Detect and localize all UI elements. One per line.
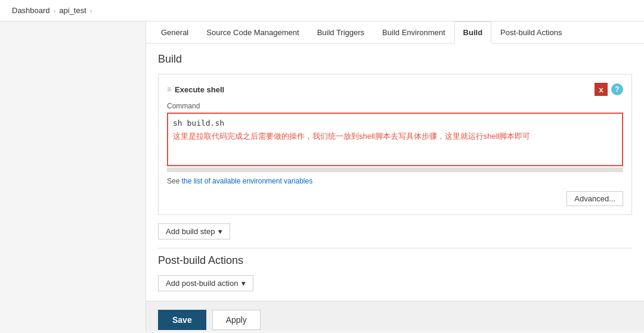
tab-build[interactable]: Build: [454, 21, 492, 43]
tab-scm[interactable]: Source Code Management: [197, 21, 308, 43]
env-link[interactable]: the list of available environment variab…: [182, 177, 312, 185]
apply-button[interactable]: Apply: [212, 310, 261, 330]
build-card: ≡ Execute shell x ? Command sh build.sh …: [158, 74, 632, 215]
tab-triggers[interactable]: Build Triggers: [308, 21, 373, 43]
card-actions: x ?: [595, 83, 623, 96]
tab-postbuild[interactable]: Post-build Actions: [491, 21, 571, 43]
add-build-step-label: Add build step: [166, 227, 215, 236]
advanced-btn-row: Advanced...: [167, 191, 623, 206]
add-post-build-label: Add post-build action: [166, 279, 238, 288]
card-title: ≡ Execute shell: [167, 85, 224, 94]
add-build-step-chevron: ▾: [218, 227, 222, 236]
help-button[interactable]: ?: [611, 83, 623, 95]
env-link-row: See the list of available environment va…: [167, 177, 623, 185]
section-divider: [158, 248, 632, 248]
card-header: ≡ Execute shell x ?: [167, 83, 623, 96]
command-textarea-container[interactable]: sh build.sh 这里是拉取代码完成之后需要做的操作，我们统一放到shel…: [167, 113, 623, 166]
footer-actions: Save Apply: [146, 301, 644, 331]
content-area: General Source Code Management Build Tri…: [146, 21, 644, 331]
execute-shell-title: Execute shell: [175, 85, 224, 94]
breadcrumb: Dashboard › api_test ›: [0, 0, 644, 21]
add-post-build-row: Add post-build action ▾: [158, 275, 632, 291]
drag-handle-icon: ≡: [167, 85, 171, 94]
add-build-step-button[interactable]: Add build step ▾: [158, 223, 230, 239]
command-line-1: sh build.sh: [173, 119, 617, 127]
close-card-button[interactable]: x: [595, 83, 608, 96]
add-post-build-chevron: ▾: [242, 279, 246, 288]
scrollbar-hint: [167, 167, 623, 172]
sidebar: [0, 21, 146, 331]
breadcrumb-sep1: ›: [54, 7, 56, 14]
breadcrumb-project[interactable]: api_test: [59, 6, 86, 15]
breadcrumb-sep2: ›: [90, 7, 92, 14]
page-content: Build ≡ Execute shell x ? Command sh b: [146, 43, 644, 301]
tabs-bar: General Source Code Management Build Tri…: [146, 21, 644, 43]
breadcrumb-dashboard[interactable]: Dashboard: [12, 6, 50, 15]
env-link-prefix: See: [167, 177, 182, 185]
post-build-title: Post-build Actions: [158, 254, 632, 267]
command-label: Command: [167, 102, 623, 110]
add-post-build-button[interactable]: Add post-build action ▾: [158, 275, 253, 291]
tab-environment[interactable]: Build Environment: [373, 21, 454, 43]
save-button[interactable]: Save: [158, 310, 206, 330]
add-build-step-row: Add build step ▾: [158, 223, 632, 239]
command-line-2: 这里是拉取代码完成之后需要做的操作，我们统一放到shell脚本去写具体步骤，这里…: [173, 131, 617, 142]
advanced-button[interactable]: Advanced...: [566, 191, 623, 206]
tab-general[interactable]: General: [152, 21, 197, 43]
build-section-title: Build: [158, 53, 632, 66]
